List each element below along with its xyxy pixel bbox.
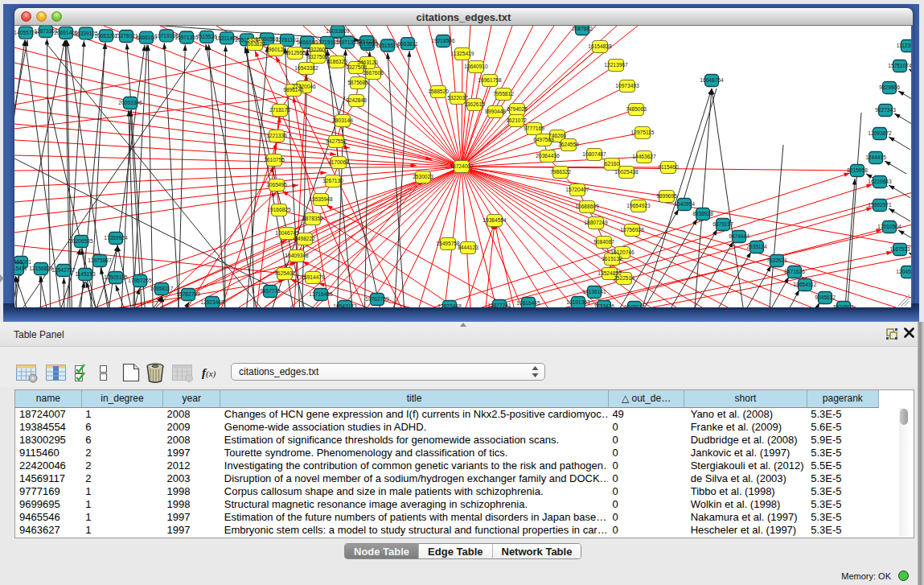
svg-text:2718176: 2718176: [269, 107, 290, 113]
svg-text:9427552: 9427552: [326, 138, 347, 144]
svg-text:16033809: 16033809: [326, 28, 350, 34]
svg-text:9245612: 9245612: [815, 295, 836, 300]
svg-text:9777169: 9777169: [524, 126, 544, 131]
svg-text:1640954: 1640954: [674, 201, 695, 207]
svg-text:7625402: 7625402: [274, 270, 295, 276]
svg-text:11325419: 11325419: [451, 51, 474, 56]
svg-text:12823448: 12823448: [437, 303, 462, 307]
svg-text:18191363: 18191363: [566, 299, 590, 305]
svg-text:10025438: 10025438: [614, 169, 639, 175]
svg-text:12213967: 12213967: [604, 62, 628, 68]
svg-text:12156829: 12156829: [29, 266, 53, 271]
svg-text:18724007: 18724007: [450, 163, 474, 169]
svg-text:1588520: 1588520: [428, 89, 449, 94]
svg-text:2935114: 2935114: [746, 244, 767, 249]
svg-text:16782759: 16782759: [176, 291, 200, 297]
svg-text:9663811: 9663811: [397, 41, 418, 47]
svg-text:13535948: 13535948: [309, 196, 333, 202]
svg-text:19654923: 19654923: [626, 203, 651, 208]
svg-text:12761102: 12761102: [276, 37, 299, 43]
svg-text:8912955: 8912955: [285, 50, 306, 56]
svg-text:3624554: 3624554: [558, 142, 579, 147]
svg-text:9457771: 9457771: [260, 288, 281, 294]
svg-text:2803144: 2803144: [332, 117, 353, 123]
svg-text:8990448: 8990448: [485, 109, 506, 114]
svg-text:9327508: 9327508: [346, 64, 367, 70]
svg-text:1621072: 1621072: [506, 117, 527, 123]
svg-text:9329966: 9329966: [879, 84, 900, 90]
svg-text:9084067: 9084067: [593, 239, 614, 245]
svg-text:16971355: 16971355: [175, 35, 199, 40]
svg-text:8471626: 8471626: [784, 269, 805, 274]
svg-text:12093872: 12093872: [868, 130, 892, 136]
svg-text:9474444: 9474444: [729, 233, 749, 239]
svg-text:2867608: 2867608: [363, 70, 384, 76]
svg-text:16648754: 16648754: [700, 77, 724, 83]
svg-text:7485063: 7485063: [626, 106, 647, 112]
svg-text:12505135: 12505135: [104, 274, 128, 280]
svg-text:3915411: 3915411: [14, 266, 27, 271]
svg-text:9115460: 9115460: [658, 164, 679, 170]
svg-text:8878352: 8878352: [302, 216, 323, 221]
svg-text:13640910: 13640910: [464, 64, 488, 69]
svg-text:10654112: 10654112: [794, 282, 817, 287]
svg-text:8444123: 8444123: [458, 245, 478, 250]
svg-text:10688609: 10688609: [575, 204, 599, 209]
svg-text:15692971: 15692971: [868, 202, 892, 208]
svg-text:(x): (x): [206, 369, 216, 379]
svg-text:5322605: 5322605: [307, 47, 328, 52]
svg-text:12942737: 12942737: [51, 267, 76, 273]
svg-text:1733426: 1733426: [593, 303, 614, 307]
svg-text:18807249: 18807249: [584, 220, 608, 225]
svg-text:9896141: 9896141: [283, 87, 304, 93]
svg-text:10973493: 10973493: [615, 83, 639, 89]
svg-text:8960124: 8960124: [265, 47, 286, 52]
svg-text:19166825: 19166825: [267, 207, 291, 212]
svg-text:6794028: 6794028: [507, 106, 528, 112]
svg-text:9327505: 9327505: [307, 54, 328, 60]
svg-text:14136141: 14136141: [582, 289, 606, 295]
svg-text:20206535: 20206535: [69, 238, 93, 244]
svg-text:16961758: 16961758: [478, 77, 502, 83]
svg-text:3267130: 3267130: [322, 178, 343, 183]
svg-text:2087682: 2087682: [572, 26, 593, 31]
svg-text:9466160: 9466160: [297, 39, 318, 45]
svg-text:1065495: 1065495: [266, 182, 287, 187]
svg-text:4170064: 4170064: [328, 159, 349, 165]
svg-text:1610755: 1610755: [264, 157, 285, 163]
svg-text:6466160: 6466160: [136, 35, 157, 40]
svg-text:7663822: 7663822: [244, 41, 265, 47]
svg-text:5322037: 5322037: [447, 95, 468, 101]
svg-text:62160: 62160: [605, 161, 620, 167]
svg-text:12923448: 12923448: [200, 299, 224, 305]
svg-text:13877741: 13877741: [487, 303, 511, 307]
svg-text:20053346: 20053346: [118, 100, 142, 105]
svg-text:13716485: 13716485: [309, 291, 333, 297]
svg-text:13276021: 13276021: [114, 33, 138, 39]
svg-text:1244415: 1244415: [865, 154, 886, 160]
svg-text:15409348: 15409348: [285, 253, 309, 258]
svg-text:16210643: 16210643: [868, 179, 892, 184]
svg-text:12045012: 12045012: [896, 269, 911, 274]
svg-text:17010504: 17010504: [877, 224, 901, 229]
svg-text:1615132: 1615132: [602, 256, 622, 262]
svg-text:19384554: 19384554: [483, 217, 507, 223]
svg-text:16914479: 16914479: [301, 274, 325, 280]
svg-text:9227343: 9227343: [875, 107, 896, 113]
svg-text:10958117: 10958117: [150, 286, 174, 291]
svg-text:10807487: 10807487: [582, 151, 606, 157]
svg-text:9899695: 9899695: [656, 193, 677, 199]
svg-text:14463627: 14463627: [632, 154, 656, 159]
svg-text:8465001: 8465001: [14, 259, 31, 265]
svg-text:2530023: 2530023: [413, 174, 433, 179]
svg-text:9245012: 9245012: [624, 304, 645, 307]
svg-text:13975887: 13975887: [88, 257, 112, 263]
svg-text:7632621: 7632621: [766, 257, 787, 263]
svg-text:1221336: 1221336: [266, 133, 287, 138]
svg-text:9324501: 9324501: [833, 304, 854, 307]
svg-text:6379197: 6379197: [713, 221, 733, 227]
svg-text:17359924: 17359924: [104, 235, 128, 241]
svg-text:10762759: 10762759: [365, 296, 389, 302]
svg-text:746266: 746266: [548, 133, 566, 138]
svg-text:17816445: 17816445: [516, 300, 540, 306]
